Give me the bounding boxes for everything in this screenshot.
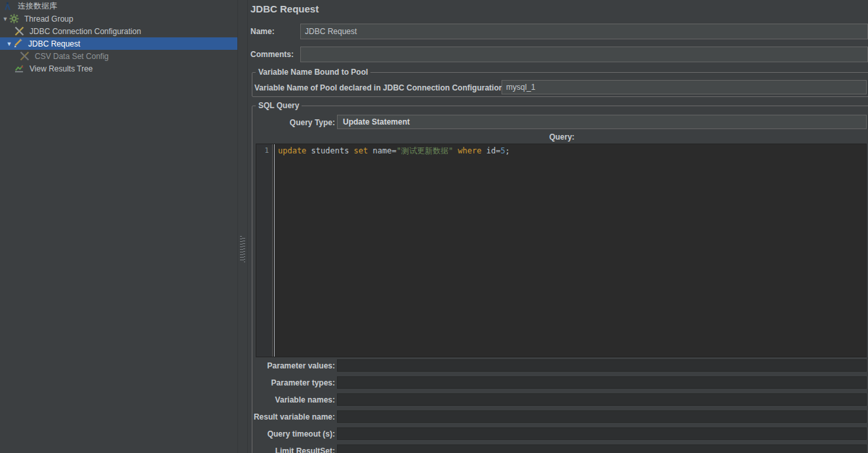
parameter-values-label: Parameter values: <box>250 361 335 370</box>
tree-item-test-plan[interactable]: 连接数据库 <box>0 0 237 12</box>
jdbc-sampler-icon <box>13 39 23 49</box>
sql-code-line: update students set name="测试更新数据" where … <box>278 146 510 156</box>
parameter-values-input[interactable] <box>337 359 867 372</box>
tree-item-csv-data-set-config[interactable]: CSV Data Set Config <box>0 50 237 62</box>
query-type-select[interactable]: Update Statement <box>337 115 867 129</box>
test-plan-icon <box>3 1 12 11</box>
jdbc-request-panel: JDBC Request Name: Comments: Variable Na… <box>248 0 868 453</box>
page-title: JDBC Request <box>250 3 319 14</box>
csv-config-icon <box>20 51 30 61</box>
sql-token: id= <box>481 146 500 155</box>
tree-item-label: JDBC Connection Configuration <box>28 27 143 36</box>
expand-arrow-icon[interactable]: ▼ <box>5 41 13 47</box>
jdbc-config-icon <box>14 26 24 36</box>
tree-item-label: CSV Data Set Config <box>33 52 111 61</box>
sql-token: name= <box>368 146 396 155</box>
expand-arrow-icon[interactable]: ▼ <box>1 16 9 22</box>
jmeter-window: 连接数据库 ▼ Thread Group <box>0 0 868 453</box>
result-variable-name-label: Result variable name: <box>250 412 335 422</box>
limit-resultset-label: Limit ResultSet: <box>250 446 335 453</box>
tree-item-label: View Results Tree <box>28 64 95 73</box>
test-plan-tree: 连接数据库 ▼ Thread Group <box>0 0 237 453</box>
query-column-header: Query: <box>257 131 867 143</box>
tree-item-label: JDBC Request <box>26 39 82 49</box>
pool-variable-input[interactable] <box>502 80 867 94</box>
pool-variable-label: Variable Name of Pool declared in JDBC C… <box>254 83 506 92</box>
name-label: Name: <box>250 27 275 36</box>
sql-token: where <box>458 146 481 155</box>
parameter-types-input[interactable] <box>337 376 867 389</box>
sql-token: ; <box>505 146 510 155</box>
tree-panel-splitter[interactable] <box>237 0 248 453</box>
line-number: 1 <box>264 146 269 155</box>
editor-guide-line <box>274 144 275 357</box>
query-type-label: Query Type: <box>250 118 335 127</box>
result-variable-name-input[interactable] <box>337 410 867 423</box>
comments-label: Comments: <box>250 50 294 59</box>
name-input[interactable] <box>300 24 868 39</box>
sql-token: update <box>278 146 306 155</box>
query-type-value: Update Statement <box>343 117 410 127</box>
sql-token: set <box>354 146 368 155</box>
thread-group-gear-icon <box>9 14 19 24</box>
pool-group-title: Variable Name Bound to Pool <box>256 68 370 77</box>
tree-item-thread-group[interactable]: ▼ Thread Group <box>0 12 237 25</box>
parameter-types-label: Parameter types: <box>250 378 335 387</box>
sql-editor[interactable]: 1 update students set name="测试更新数据" wher… <box>256 144 867 357</box>
sql-token: 5 <box>500 146 505 155</box>
tree-item-jdbc-connection-configuration[interactable]: JDBC Connection Configuration <box>0 25 237 37</box>
tree-item-jdbc-request[interactable]: ▼ JDBC Request <box>0 37 237 50</box>
tree-item-view-results-tree[interactable]: View Results Tree <box>0 62 237 75</box>
sql-token: "测试更新数据" <box>397 146 453 155</box>
query-timeout-label: Query timeout (s): <box>250 429 335 439</box>
editor-line-number-gutter: 1 <box>256 144 273 357</box>
comments-input[interactable] <box>300 47 868 62</box>
limit-resultset-input[interactable] <box>337 444 867 453</box>
query-timeout-input[interactable] <box>337 427 867 440</box>
variable-names-input[interactable] <box>337 393 867 406</box>
results-tree-icon <box>14 64 24 73</box>
splitter-grip[interactable] <box>240 236 245 262</box>
sql-group-title: SQL Query <box>256 101 302 110</box>
tree-item-label: Thread Group <box>22 14 75 24</box>
sql-token: students <box>306 146 353 155</box>
tree-item-label: 连接数据库 <box>16 1 59 12</box>
variable-names-label: Variable names: <box>250 395 335 404</box>
